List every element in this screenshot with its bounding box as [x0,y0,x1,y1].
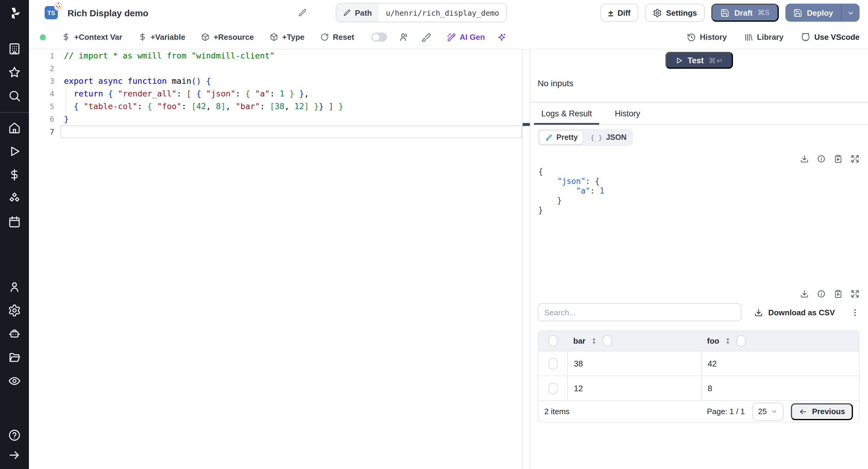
settings-button[interactable]: Settings [645,4,705,22]
typescript-badge: TS [44,6,58,19]
dollar-icon[interactable] [8,168,21,182]
line-number: 6 [29,113,54,125]
row-checkbox[interactable] [548,358,557,369]
kebab-menu-icon[interactable] [850,308,860,317]
select-all-checkbox[interactable] [548,335,557,347]
json-label: JSON [606,133,627,142]
table-toolbar: Download as CSV [538,303,860,321]
use-vscode-button[interactable]: Use VScode [801,32,860,42]
edit-title-pencil-icon[interactable] [298,8,307,17]
add-context-var-button[interactable]: +Context Var [61,33,122,41]
help-icon[interactable] [8,429,21,442]
expand-icon[interactable] [850,289,860,299]
tab-history[interactable]: History [611,102,644,124]
add-type-button[interactable]: +Type [270,33,304,41]
reset-button[interactable]: Reset [320,33,354,41]
gear-icon [653,8,662,17]
add-resource-button[interactable]: +Resource [201,33,254,41]
windmill-logo-icon[interactable] [7,6,22,21]
assistant-toggle[interactable] [371,33,387,41]
clipboard-copy-icon[interactable] [834,154,843,163]
sparkles-icon[interactable] [497,32,507,42]
code-line[interactable]: 5 { "table-col": { "foo": [42, 8], "bar"… [29,100,522,113]
header-cell-bar: bar [567,331,701,351]
draft-label: Draft [735,8,753,17]
script-path-field[interactable]: Path u/henri/rich_display_demo [336,3,507,22]
code-line[interactable]: 2 [29,62,522,75]
page-size-select[interactable]: 25 [752,402,784,420]
download-icon[interactable] [800,289,809,299]
json-result-line: { [538,167,604,177]
pretty-toggle-button[interactable]: Pretty [539,130,584,145]
play-icon[interactable] [8,145,21,158]
folder-icon[interactable] [8,350,21,364]
deploy-button[interactable]: Deploy [785,4,841,22]
gear-icon[interactable] [8,304,21,317]
result-tabbar: Logs & Result History [530,102,868,125]
home-icon[interactable] [8,121,21,134]
column-toggle-checkbox[interactable] [737,335,746,347]
row-checkbox[interactable] [548,382,557,394]
sort-icon[interactable] [724,337,732,345]
panel-resize-handle[interactable] [523,123,530,126]
deploy-dropdown-button[interactable] [841,4,860,22]
robot-icon[interactable] [8,327,21,340]
code-line[interactable]: 4 return { "render_all": [ { "json": { "… [29,87,522,100]
draft-button[interactable]: Draft ⌘S [712,4,779,22]
table-cell: 38 [567,351,701,376]
run-result-panel: Test ⌘↵ No inputs Logs & Result History … [530,50,868,469]
toolbar-right: History Library Use VScode [687,32,860,42]
users-icon[interactable] [399,32,409,42]
download-csv-button[interactable]: Download as CSV [754,308,835,317]
history-button[interactable]: History [687,32,727,42]
line-number: 2 [29,62,54,75]
download-icon[interactable] [800,154,809,163]
user-icon[interactable] [8,280,21,293]
info-icon[interactable] [817,154,826,163]
clipboard-copy-icon[interactable] [834,289,843,299]
cubes-icon[interactable] [8,192,21,205]
table-row[interactable]: 128 [538,376,859,400]
add-variable-label: +Variable [151,33,185,41]
table-rows: 3842128 [538,351,859,400]
code-line[interactable]: 7 [29,125,522,138]
use-vscode-label: Use VScode [814,33,860,41]
result-actions [800,154,860,163]
code-line[interactable]: 3export async function main() { [29,75,522,87]
info-icon[interactable] [817,289,826,299]
diff-button[interactable]: ± Diff [600,4,638,22]
json-toggle-button[interactable]: { } JSON [585,131,632,144]
table-row[interactable]: 3842 [538,351,859,376]
eye-icon[interactable] [8,374,21,387]
previous-page-button[interactable]: Previous [791,403,853,420]
history-clock-icon [687,32,696,42]
test-label: Test [687,56,704,65]
sort-icon[interactable] [590,337,598,345]
column-toggle-checkbox[interactable] [603,335,612,347]
table-footer: 2 items Page: 1 / 1 25 Previous [538,400,859,422]
code-line[interactable]: 1// import * as wmill from "windmill-cli… [29,50,522,62]
add-variable-button[interactable]: +Variable [138,33,185,41]
column-label: bar [573,336,585,345]
table-cell: 8 [701,376,859,400]
cell-value: 42 [708,359,717,368]
building-icon[interactable] [8,42,21,56]
format-brush-icon[interactable] [421,32,431,42]
test-button[interactable]: Test ⌘↵ [665,52,733,69]
arrow-right-icon[interactable] [8,448,21,462]
tab-logs-result-label: Logs & Result [541,109,592,118]
tab-logs-result[interactable]: Logs & Result [538,102,595,124]
code-line[interactable]: 6} [29,113,522,125]
ai-gen-button[interactable]: AI Gen [446,32,485,42]
star-icon[interactable] [8,66,21,79]
calendar-icon[interactable] [8,215,21,228]
code-editor[interactable]: 1// import * as wmill from "windmill-cli… [29,50,522,469]
search-input[interactable] [538,303,741,321]
library-button[interactable]: Library [744,32,784,42]
code-text: return { "render_all": [ { "json": { "a"… [54,87,309,100]
package-icon [270,33,278,41]
search-icon[interactable] [8,89,21,102]
expand-icon[interactable] [850,154,860,163]
status-dot [40,34,46,40]
download-csv-label: Download as CSV [768,308,835,317]
